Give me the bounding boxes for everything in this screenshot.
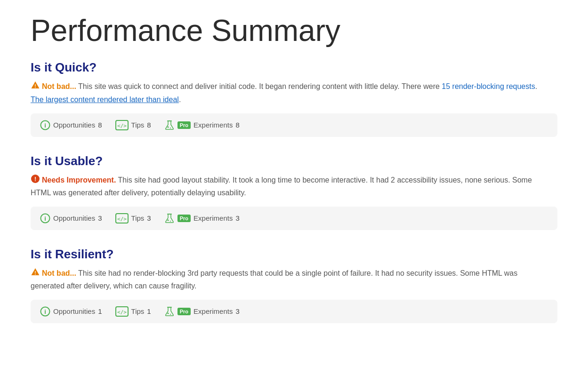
svg-text:</>: </> xyxy=(117,215,127,222)
badge-count-1-2: 3 xyxy=(235,214,239,222)
badge-icon-info-circle-2-0: i xyxy=(40,306,50,317)
svg-point-5 xyxy=(167,126,169,128)
status-label-quick: Not bad... xyxy=(42,82,76,90)
section-quick: Is it Quick? ! Not bad... This site was … xyxy=(31,60,557,136)
svg-text:i: i xyxy=(44,121,46,128)
page-title: Performance Summary xyxy=(31,14,557,47)
badge-label-2-1: Tips xyxy=(131,307,145,315)
badge-icon-code-bracket-2-1: </> xyxy=(115,306,129,317)
section-resilient: Is it Resilient? ! Not bad... This site … xyxy=(31,247,557,323)
section-heading-quick: Is it Quick? xyxy=(31,60,557,75)
badge-count-1-0: 3 xyxy=(98,214,102,222)
badges-bar-quick: i Opportunities8 </> Tips8 ProExperiment… xyxy=(31,113,557,137)
badge-label-1-2: Experiments xyxy=(193,214,233,222)
section-heading-resilient: Is it Resilient? xyxy=(31,247,557,262)
svg-point-14 xyxy=(170,221,171,222)
svg-text:!: ! xyxy=(34,176,36,182)
badge-label-0-0: Opportunities xyxy=(53,121,95,129)
badge-icon-code-bracket-0-1: </> xyxy=(115,120,129,130)
pro-badge-2-2: Pro xyxy=(177,308,191,315)
pro-badge-1-2: Pro xyxy=(177,215,191,222)
badge-label-2-0: Opportunities xyxy=(53,307,95,315)
badge-item-resilient-1[interactable]: </> Tips1 xyxy=(115,306,151,317)
badge-icon-code-bracket-1-1: </> xyxy=(115,213,129,223)
badge-icon-flask-pro-1-2 xyxy=(164,213,175,223)
badge-item-usable-2[interactable]: ProExperiments3 xyxy=(164,213,240,223)
badges-bar-usable: i Opportunities3 </> Tips3 ProExperiment… xyxy=(31,207,557,230)
badge-count-0-2: 8 xyxy=(235,121,239,129)
svg-point-20 xyxy=(167,312,169,314)
badge-item-usable-0[interactable]: i Opportunities3 xyxy=(40,213,102,223)
section-heading-usable: Is it Usable? xyxy=(31,154,557,168)
svg-text:i: i xyxy=(44,215,46,222)
section-description-usable: ! Needs Improvement. This site had good … xyxy=(31,174,548,199)
badge-label-1-0: Opportunities xyxy=(53,214,95,222)
svg-point-21 xyxy=(170,314,171,315)
svg-text:</>: </> xyxy=(117,309,127,315)
badge-count-0-0: 8 xyxy=(98,121,102,129)
badge-label-0-2: Experiments xyxy=(193,121,233,129)
badge-count-1-1: 3 xyxy=(147,214,151,222)
badge-icon-flask-pro-2-2 xyxy=(164,306,175,317)
svg-text:</>: </> xyxy=(117,122,127,128)
badge-item-resilient-2[interactable]: ProExperiments3 xyxy=(164,306,240,317)
badge-icon-info-circle-0-0: i xyxy=(40,120,50,130)
badges-bar-resilient: i Opportunities1 </> Tips1 ProExperiment… xyxy=(31,300,557,323)
badge-icon-flask-pro-0-2 xyxy=(164,120,175,130)
badge-item-usable-1[interactable]: </> Tips3 xyxy=(115,213,151,223)
badge-count-2-2: 3 xyxy=(235,307,239,315)
badge-count-2-0: 1 xyxy=(98,307,102,315)
svg-point-6 xyxy=(170,128,171,128)
badge-item-quick-0[interactable]: i Opportunities8 xyxy=(40,120,102,130)
badge-label-2-2: Experiments xyxy=(193,307,233,315)
status-icon-quick: ! xyxy=(31,83,40,91)
badge-icon-info-circle-1-0: i xyxy=(40,213,50,223)
pro-badge-0-2: Pro xyxy=(177,121,191,129)
svg-text:!: ! xyxy=(34,270,36,275)
badge-label-0-1: Tips xyxy=(131,121,145,129)
status-label-resilient: Not bad... xyxy=(42,269,76,277)
badge-item-resilient-0[interactable]: i Opportunities1 xyxy=(40,306,102,317)
badge-item-quick-1[interactable]: </> Tips8 xyxy=(115,120,151,130)
status-icon-resilient: ! xyxy=(31,270,40,278)
section-usable: Is it Usable? ! Needs Improvement. This … xyxy=(31,154,557,230)
section-description-resilient: ! Not bad... This site had no render-blo… xyxy=(31,267,548,292)
section-description-quick: ! Not bad... This site was quick to conn… xyxy=(31,80,548,105)
status-label-usable: Needs Improvement. xyxy=(42,176,116,184)
svg-text:!: ! xyxy=(34,84,36,89)
badge-count-0-1: 8 xyxy=(147,121,151,129)
desc-link-quick[interactable]: The largest content rendered later than … xyxy=(31,96,179,104)
desc-highlight-quick: 15 render-blocking requests xyxy=(442,82,535,90)
badge-label-1-1: Tips xyxy=(131,214,145,222)
svg-point-13 xyxy=(167,219,169,221)
svg-text:i: i xyxy=(44,308,46,315)
status-icon-usable: ! xyxy=(31,177,40,185)
badge-item-quick-2[interactable]: ProExperiments8 xyxy=(164,120,240,130)
badge-count-2-1: 1 xyxy=(147,307,151,315)
